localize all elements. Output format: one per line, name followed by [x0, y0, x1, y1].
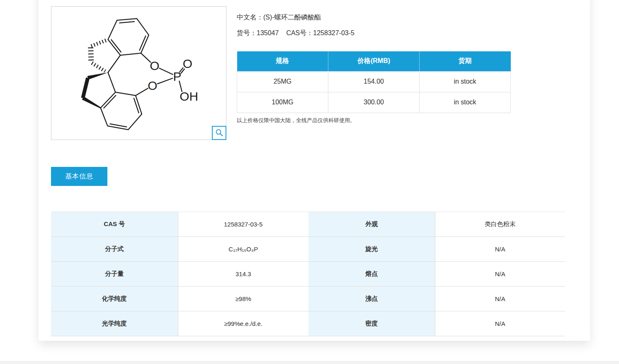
price-header-availability: 货期	[420, 51, 511, 71]
property-value: ≥98%	[178, 287, 308, 311]
property-label: 外观	[308, 212, 435, 237]
property-row: 光学纯度 ≥99%e.e./d.e. 密度 N/A	[51, 311, 565, 336]
product-name-line: 中文名：(S)-螺环二酚磷酸酯	[237, 13, 321, 22]
product-name: (S)-螺环二酚磷酸酯	[263, 14, 321, 21]
product-id-line: 货号：135047CAS号：1258327-03-5	[237, 29, 354, 38]
price-cell: 154.00	[328, 71, 420, 92]
price-table: 规格 价格(RMB) 货期 25MG 154.00 in stock 100MG…	[237, 51, 511, 113]
product-name-label: 中文名：	[237, 14, 263, 21]
price-header-row: 规格 价格(RMB) 货期	[237, 51, 511, 71]
property-label: 分子量	[51, 262, 178, 287]
molecule-structure: O O P O OH	[51, 7, 226, 140]
property-label: 分子式	[51, 237, 178, 262]
price-cell: 300.00	[328, 92, 420, 113]
cas-value: 1258327-03-5	[313, 29, 354, 36]
availability-cell: in stock	[420, 71, 511, 92]
product-page: O O P O OH 中文名：(S)-螺环二酚磷酸酯 货号：135047CAS号…	[0, 0, 619, 364]
atom-label-o-top: O	[150, 59, 159, 72]
property-label: 熔点	[308, 262, 435, 287]
atom-label-oh: OH	[180, 89, 198, 103]
property-row: 分子量 314.3 熔点 N/A	[51, 262, 565, 287]
cas-label: CAS号：	[286, 29, 313, 36]
zoom-button[interactable]	[212, 126, 226, 140]
property-value: N/A	[435, 311, 565, 336]
property-value: N/A	[435, 287, 565, 311]
atom-label-o-bottom: O	[148, 79, 157, 92]
property-row: 分子式 C₁₇H₁₅O₄P 旋光 N/A	[51, 237, 565, 262]
sku-value: 135047	[257, 29, 279, 36]
properties-table: CAS 号 1258327-03-5 外观 类白色粉末 分子式 C₁₇H₁₅O₄…	[51, 212, 565, 336]
property-row: CAS 号 1258327-03-5 外观 类白色粉末	[51, 212, 565, 237]
property-label: 旋光	[308, 237, 435, 262]
footer-strip	[0, 361, 619, 364]
property-value: 1258327-03-5	[178, 212, 308, 237]
property-value: C₁₇H₁₅O₄P	[178, 237, 308, 262]
property-label: 沸点	[308, 287, 435, 311]
price-header-spec: 规格	[237, 51, 328, 71]
spec-cell: 25MG	[237, 71, 328, 92]
atom-label-o-double: O	[183, 57, 192, 70]
property-value: N/A	[435, 262, 565, 287]
property-label: 光学纯度	[51, 311, 178, 336]
price-row: 100MG 300.00 in stock	[237, 92, 511, 113]
tab-basic-info[interactable]: 基本信息	[51, 167, 107, 186]
structure-image: O O P O OH	[51, 6, 226, 140]
spec-cell: 100MG	[237, 92, 328, 113]
atom-label-p: P	[173, 70, 181, 83]
price-note: 以上价格仅限中国大陆，全线产品仅供科研使用。	[237, 117, 355, 124]
property-value: 314.3	[178, 262, 308, 287]
property-row: 化学纯度 ≥98% 沸点 N/A	[51, 287, 565, 311]
magnifier-icon	[214, 128, 224, 138]
property-value: N/A	[435, 237, 565, 262]
property-label: 化学纯度	[51, 287, 178, 311]
price-row: 25MG 154.00 in stock	[237, 71, 511, 92]
price-header-price: 价格(RMB)	[328, 51, 420, 71]
availability-cell: in stock	[420, 92, 511, 113]
property-value: ≥99%e.e./d.e.	[178, 311, 308, 336]
sku-label: 货号：	[237, 29, 257, 36]
property-label: CAS 号	[51, 212, 178, 237]
property-label: 密度	[308, 311, 435, 336]
property-value: 类白色粉末	[435, 212, 565, 237]
